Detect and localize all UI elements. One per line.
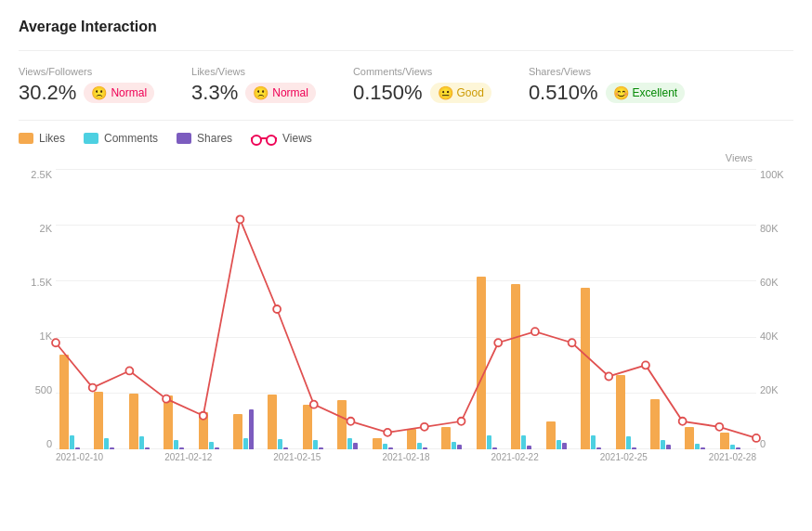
- y-left-2000: 2K: [40, 223, 52, 234]
- bar-likes: [685, 427, 694, 449]
- bar-group: [233, 409, 266, 449]
- bar-group: [441, 427, 474, 449]
- bar-comments: [383, 444, 387, 449]
- bar-group: [546, 421, 579, 449]
- metric-value-3: 0.510%: [529, 81, 598, 105]
- bar-shares: [666, 445, 671, 449]
- bar-shares: [319, 447, 323, 449]
- metric-value-2: 0.150%: [353, 81, 423, 105]
- bar-shares: [388, 447, 393, 449]
- bar-shares: [215, 447, 219, 449]
- bar-group: [685, 427, 717, 449]
- bar-comments: [487, 435, 491, 449]
- metric-label-3: Shares/Views: [529, 66, 685, 77]
- x-label-5: 2021-02-25: [600, 452, 648, 468]
- y-right-0: 0: [760, 438, 766, 449]
- metric-badge-2: 😐 Good: [430, 83, 491, 103]
- x-label-0: 2021-02-10: [56, 452, 103, 468]
- metric-badge-0: 🙁 Normal: [84, 83, 154, 103]
- bar-comments: [70, 435, 74, 449]
- metric-label-0: Views/Followers: [19, 66, 154, 77]
- chart-wrapper: 2.5K 2K 1.5K 1K 500 0 Views: [19, 152, 793, 468]
- legend-label-views: Views: [282, 132, 312, 145]
- y-right-60k: 60K: [760, 277, 779, 288]
- bar-shares: [283, 447, 288, 449]
- views-label: Views: [56, 152, 756, 169]
- bar-group: [581, 288, 613, 449]
- legend-views: Views: [251, 132, 312, 145]
- bar-shares: [596, 447, 601, 449]
- bar-comments: [209, 442, 214, 449]
- bar-comments: [695, 444, 700, 449]
- legend-likes: Likes: [19, 132, 65, 145]
- bar-shares: [562, 443, 567, 449]
- x-label-2: 2021-02-15: [273, 452, 321, 468]
- y-left-500: 500: [35, 384, 52, 395]
- y-left-2500: 2.5K: [31, 169, 52, 180]
- metric-shares-views: Shares/Views 0.510% 😊 Excellent: [529, 66, 685, 105]
- bar-group: [59, 355, 92, 449]
- bar-likes: [477, 277, 486, 449]
- legend-label-likes: Likes: [39, 132, 65, 145]
- metric-value-1: 3.3%: [191, 81, 238, 105]
- bar-likes: [581, 288, 590, 449]
- bar-likes: [164, 395, 173, 449]
- bar-group: [199, 412, 231, 449]
- bar-shares: [736, 447, 740, 449]
- bar-group: [164, 395, 196, 449]
- metric-label-2: Comments/Views: [353, 66, 491, 77]
- bar-likes: [373, 438, 382, 449]
- metrics-row: Views/Followers 30.2% 🙁 Normal Likes/Vie…: [19, 66, 793, 105]
- neutral-icon-2: 😐: [438, 85, 453, 100]
- x-label-1: 2021-02-12: [164, 452, 212, 468]
- x-label-6: 2021-02-28: [709, 452, 756, 468]
- bar-group: [477, 277, 509, 449]
- bar-comments: [591, 435, 596, 449]
- bar-likes: [650, 399, 660, 449]
- bar-shares: [179, 447, 184, 449]
- x-axis: 2021-02-10 2021-02-12 2021-02-15 2021-02…: [56, 449, 756, 468]
- bar-group: [303, 405, 335, 449]
- page-title: Average Interaction: [19, 19, 793, 35]
- bar-likes: [546, 421, 556, 449]
- bar-likes: [94, 392, 103, 449]
- bar-likes: [233, 414, 242, 449]
- y-left-0: 0: [46, 438, 52, 449]
- y-axis-left: 2.5K 2K 1.5K 1K 500 0: [19, 152, 56, 468]
- bar-likes: [511, 284, 520, 449]
- bar-group: [511, 284, 544, 449]
- bar-comments: [243, 438, 248, 449]
- bar-likes: [441, 427, 451, 449]
- bar-likes: [199, 412, 208, 449]
- frown-icon-1: 🙁: [253, 85, 268, 100]
- chart-frame: Views 2021-02-10 2021-02-12: [56, 152, 756, 468]
- y-right-40k: 40K: [760, 330, 779, 342]
- bar-likes: [720, 433, 729, 449]
- bar-likes: [337, 400, 347, 449]
- bar-comments: [452, 442, 456, 449]
- bar-comments: [626, 436, 631, 449]
- bar-likes: [616, 375, 625, 449]
- bar-comments: [139, 436, 144, 449]
- metric-badge-1: 🙁 Normal: [245, 83, 316, 103]
- legend-box-shares: [177, 133, 191, 144]
- bar-group: [616, 375, 648, 449]
- y-axis-right: 100K 80K 60K 40K 20K 0: [756, 152, 793, 468]
- bar-comments: [104, 438, 109, 449]
- bar-group: [407, 429, 439, 449]
- bar-group: [373, 438, 405, 449]
- bar-comments: [174, 440, 178, 449]
- bar-shares: [457, 445, 462, 449]
- metric-views-followers: Views/Followers 30.2% 🙁 Normal: [19, 66, 154, 105]
- y-right-20k: 20K: [760, 384, 779, 395]
- legend-shares: Shares: [177, 132, 232, 145]
- legend-box-likes: [19, 133, 33, 144]
- bar-shares: [423, 447, 427, 449]
- y-left-1500: 1.5K: [31, 277, 52, 288]
- bar-shares: [701, 447, 705, 449]
- bar-shares: [249, 409, 254, 449]
- bar-comments: [521, 435, 526, 449]
- bar-likes: [129, 394, 138, 449]
- bar-comments: [557, 440, 561, 449]
- bar-shares: [110, 447, 114, 449]
